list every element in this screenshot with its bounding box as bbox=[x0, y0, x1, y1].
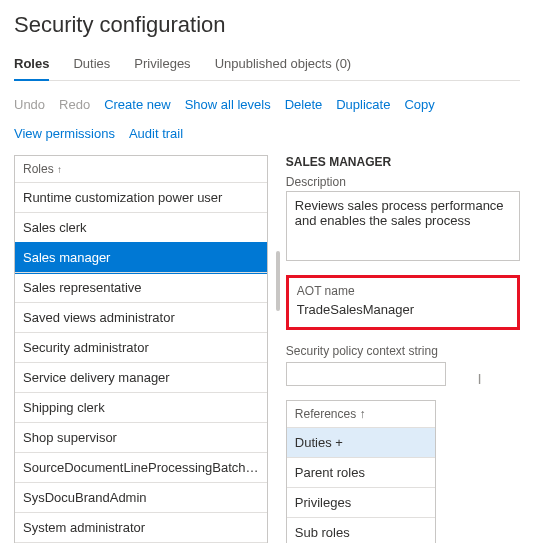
copy-button[interactable]: Copy bbox=[404, 97, 434, 112]
policy-input[interactable] bbox=[286, 362, 446, 386]
sort-ascending-icon: ↑ bbox=[57, 164, 62, 175]
undo-button[interactable]: Undo bbox=[14, 97, 45, 112]
detail-pane: SALES MANAGER Description Reviews sales … bbox=[286, 155, 520, 543]
aot-name-highlight: AOT name TradeSalesManager bbox=[286, 275, 520, 330]
sort-ascending-icon: ↑ bbox=[360, 407, 366, 421]
references-column-label: References bbox=[295, 407, 356, 421]
redo-button[interactable]: Redo bbox=[59, 97, 90, 112]
tab-unpublished[interactable]: Unpublished objects (0) bbox=[215, 52, 352, 80]
table-row[interactable]: SourceDocumentLineProcessingBatchRole bbox=[15, 453, 267, 483]
table-row[interactable]: Service delivery manager bbox=[15, 363, 267, 393]
references-column-header[interactable]: References ↑ bbox=[287, 401, 435, 428]
roles-column-label: Roles bbox=[23, 162, 54, 176]
table-row[interactable]: System administrator bbox=[15, 513, 267, 543]
table-row[interactable]: Security administrator bbox=[15, 333, 267, 363]
tab-roles[interactable]: Roles bbox=[14, 52, 49, 81]
table-row[interactable]: Runtime customization power user bbox=[15, 183, 267, 213]
reference-row[interactable]: Parent roles bbox=[287, 458, 435, 488]
table-row[interactable]: Sales representative bbox=[15, 273, 267, 303]
detail-title: SALES MANAGER bbox=[286, 155, 520, 169]
table-row[interactable]: Shop supervisor bbox=[15, 423, 267, 453]
toolbar: Undo Redo Create new Show all levels Del… bbox=[14, 97, 520, 141]
duplicate-button[interactable]: Duplicate bbox=[336, 97, 390, 112]
page-title: Security configuration bbox=[14, 12, 520, 38]
reference-row[interactable]: Sub roles bbox=[287, 518, 435, 543]
show-all-levels-button[interactable]: Show all levels bbox=[185, 97, 271, 112]
table-row[interactable]: Shipping clerk bbox=[15, 393, 267, 423]
roles-column-header[interactable]: Roles ↑ bbox=[15, 156, 267, 183]
policy-label: Security policy context string bbox=[286, 344, 520, 358]
table-row[interactable]: Saved views administrator bbox=[15, 303, 267, 333]
splitter-handle[interactable] bbox=[276, 251, 280, 311]
description-label: Description bbox=[286, 175, 520, 189]
resize-grip-icon[interactable]: || bbox=[478, 373, 482, 387]
description-field[interactable]: Reviews sales process performance and en… bbox=[286, 191, 520, 261]
delete-button[interactable]: Delete bbox=[285, 97, 323, 112]
aot-name-label: AOT name bbox=[297, 284, 509, 298]
reference-row[interactable]: Privileges bbox=[287, 488, 435, 518]
roles-grid: Roles ↑ Runtime customization power user… bbox=[14, 155, 268, 543]
tab-strip: Roles Duties Privileges Unpublished obje… bbox=[14, 52, 520, 81]
tab-privileges[interactable]: Privileges bbox=[134, 52, 190, 80]
tab-duties[interactable]: Duties bbox=[73, 52, 110, 80]
references-grid: References ↑ Duties + Parent roles Privi… bbox=[286, 400, 436, 543]
audit-trail-button[interactable]: Audit trail bbox=[129, 126, 183, 141]
create-new-button[interactable]: Create new bbox=[104, 97, 170, 112]
aot-name-value: TradeSalesManager bbox=[297, 300, 509, 317]
table-row[interactable]: Sales clerk bbox=[15, 213, 267, 243]
table-row[interactable]: Sales manager bbox=[15, 243, 267, 273]
reference-row[interactable]: Duties + bbox=[287, 428, 435, 458]
view-permissions-button[interactable]: View permissions bbox=[14, 126, 115, 141]
table-row[interactable]: SysDocuBrandAdmin bbox=[15, 483, 267, 513]
